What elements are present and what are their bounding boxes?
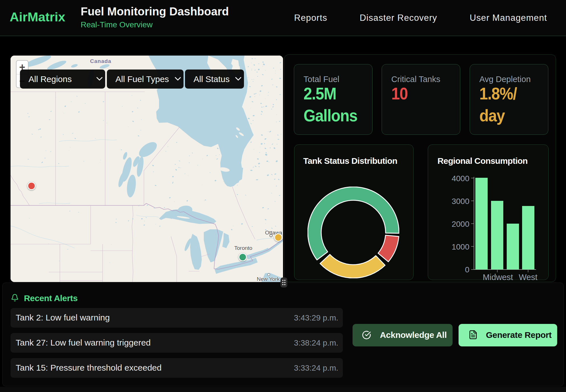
- svg-text:Canada: Canada: [90, 58, 111, 64]
